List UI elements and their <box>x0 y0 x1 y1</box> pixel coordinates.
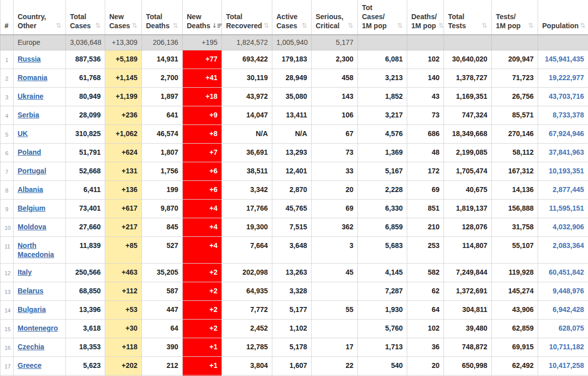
col-header-tests_1m[interactable]: Tests/ 1M pop⇅ <box>492 0 538 35</box>
country-link[interactable]: Poland <box>18 148 41 156</box>
country-link[interactable]: Portugal <box>18 167 46 175</box>
population-link[interactable]: 2,877,445 <box>553 185 584 194</box>
cell-new_cases: +13,309 <box>105 35 142 50</box>
cell-new_deaths: +2 <box>183 301 222 320</box>
population-link[interactable]: 145,941,435 <box>545 55 584 63</box>
cell-total_recovered: 7,772 <box>222 301 272 320</box>
cell-serious_critical: 17 <box>312 338 358 357</box>
population-link[interactable]: 9,448,976 <box>553 287 584 295</box>
col-header-total_cases[interactable]: Total Cases⇅ <box>66 0 105 35</box>
cell-tests_1m: 119,928 <box>492 264 538 282</box>
col-header-new_cases[interactable]: New Cases⇅ <box>105 0 142 35</box>
population-link[interactable]: 10,711,182 <box>549 343 584 351</box>
cell-total_cases: 68,850 <box>66 282 105 301</box>
cell-country: Serbia <box>14 106 66 125</box>
cell-tests_1m: 14,136 <box>492 181 538 200</box>
cell-deaths_1m: 64 <box>407 301 444 320</box>
country-link[interactable]: North Macedonia <box>18 241 54 259</box>
population-link[interactable]: 8,733,378 <box>553 111 584 119</box>
population-link[interactable]: 67,924,946 <box>549 130 584 138</box>
cell-total_cases: 3,036,648 <box>66 35 105 50</box>
cell-serious_critical <box>312 320 358 338</box>
cell-total_cases: 6,411 <box>66 181 105 200</box>
cell-tests_1m: 62,492 <box>492 357 538 375</box>
population-link[interactable]: 2,083,364 <box>553 241 584 249</box>
population-link[interactable]: 11,595,151 <box>549 204 584 212</box>
col-label-total_cases: Total Cases <box>70 12 91 30</box>
cell-total_cases: 5,623 <box>66 357 105 375</box>
col-header-total_tests[interactable]: Total Tests⇅ <box>444 0 492 35</box>
cell-total_tests: 1,169,351 <box>444 88 492 106</box>
cell-total_tests: 1,372,691 <box>444 282 492 301</box>
country-link[interactable]: Serbia <box>18 111 39 119</box>
country-link[interactable]: Ukraine <box>18 92 43 100</box>
cell-total_tests: 39,480 <box>444 320 492 338</box>
country-link[interactable]: Russia <box>18 55 41 63</box>
population-link[interactable]: 6,942,428 <box>553 305 584 314</box>
cell-active_cases: 5,177 <box>272 301 312 320</box>
col-label-total_recovered: Total Recovered <box>226 12 262 30</box>
population-link[interactable]: 60,451,842 <box>549 268 584 276</box>
country-link[interactable]: Bulgaria <box>18 305 46 314</box>
country-link[interactable]: Albania <box>18 185 43 194</box>
cell-active_cases: 3,328 <box>272 282 312 301</box>
table-row: 6Poland51,791+6241,807+736,69113,293731,… <box>1 144 588 162</box>
population-link[interactable]: 4,032,906 <box>553 223 584 231</box>
country-link[interactable]: UK <box>18 130 28 138</box>
cell-population: 43,703,716 <box>538 88 588 106</box>
cell-new_cases: +118 <box>105 338 142 357</box>
cell-total_tests: 128,076 <box>444 218 492 237</box>
cell-population: 2,083,364 <box>538 237 588 264</box>
col-label-deaths_1m: Deaths/ 1M pop <box>411 12 437 30</box>
col-header-cases_1m[interactable]: Tot Cases/ 1M pop⇅ <box>358 0 407 35</box>
country-link[interactable]: Belgium <box>18 204 45 212</box>
cell-total_deaths: 14,931 <box>142 50 183 69</box>
country-link[interactable]: Greece <box>18 361 41 369</box>
cell-total_recovered: 36,691 <box>222 144 272 162</box>
cell-total_recovered: 1,824,572 <box>222 35 272 50</box>
cell-cases_1m: 6,859 <box>358 218 407 237</box>
population-link[interactable]: 10,417,258 <box>549 361 584 369</box>
cell-deaths_1m: 69 <box>407 181 444 200</box>
population-link[interactable]: 43,703,716 <box>549 92 584 100</box>
cell-cases_1m: 3,213 <box>358 69 407 88</box>
cell-rank <box>1 35 14 50</box>
cell-population: 60,451,842 <box>538 264 588 282</box>
cell-total_deaths: 587 <box>142 282 183 301</box>
cell-rank: 15 <box>1 320 14 338</box>
country-link[interactable]: Montenegro <box>18 324 58 332</box>
cell-new_deaths: +4 <box>183 237 222 264</box>
cell-total_deaths: 447 <box>142 301 183 320</box>
cell-country: Italy <box>14 264 66 282</box>
cell-rank: 6 <box>1 144 14 162</box>
col-header-total_deaths[interactable]: Total Deaths⇅ <box>142 0 183 35</box>
table-row: 12Italy250,566+46335,205+2202,09813,2634… <box>1 264 588 282</box>
country-link[interactable]: Belarus <box>18 287 43 295</box>
col-header-country[interactable]: Country, Other⇅ <box>14 0 66 35</box>
cell-tests_1m: 85,571 <box>492 106 538 125</box>
cell-active_cases: 13,411 <box>272 106 312 125</box>
cell-total_cases: 3,618 <box>66 320 105 338</box>
col-header-serious_critical[interactable]: Serious, Critical⇅ <box>312 0 358 35</box>
cell-cases_1m: 4,576 <box>358 125 407 144</box>
population-link[interactable]: 628,075 <box>558 324 584 332</box>
country-link[interactable]: Italy <box>18 268 32 276</box>
country-link[interactable]: Moldova <box>18 223 46 231</box>
population-link[interactable]: 19,222,977 <box>549 74 584 82</box>
cell-total_recovered: 7,664 <box>222 237 272 264</box>
country-link[interactable]: Romania <box>18 74 47 82</box>
col-header-deaths_1m[interactable]: Deaths/ 1M pop⇅ <box>407 0 444 35</box>
cell-total_tests: 1,705,474 <box>444 162 492 181</box>
col-header-new_deaths[interactable]: New Deaths↓ <box>183 0 222 35</box>
cell-country: Romania <box>14 69 66 88</box>
cell-new_deaths: +41 <box>183 69 222 88</box>
cell-active_cases: 1,102 <box>272 320 312 338</box>
population-link[interactable]: 37,841,963 <box>549 148 584 156</box>
population-link[interactable]: 10,193,351 <box>549 167 584 175</box>
cell-tests_1m: 156,888 <box>492 200 538 218</box>
cell-total_deaths: 9,870 <box>142 200 183 218</box>
col-header-active_cases[interactable]: Active Cases⇅ <box>272 0 312 35</box>
country-link[interactable]: Czechia <box>18 343 44 351</box>
col-header-total_recovered[interactable]: Total Recovered⇅ <box>222 0 272 35</box>
col-header-population[interactable]: Population⇅ <box>538 0 588 35</box>
